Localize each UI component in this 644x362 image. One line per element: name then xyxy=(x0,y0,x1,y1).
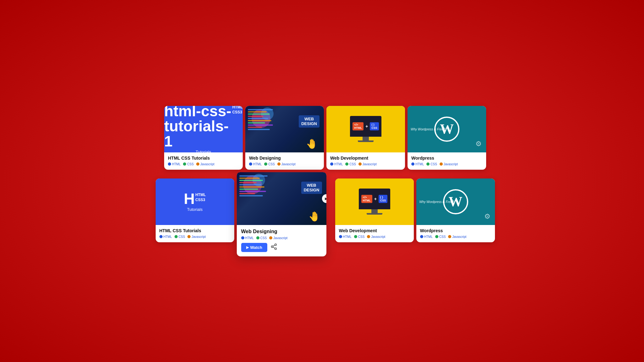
tag-js: Javascript xyxy=(371,235,385,239)
tutorials-label: Tutorials xyxy=(196,150,211,152)
monitor-stand xyxy=(363,137,369,140)
card-wordpress-2[interactable]: Why Wordpress is Free? W ⚙ Wordpress HTM… xyxy=(416,178,495,242)
web-design-label-2: WEBDESIGN xyxy=(301,182,322,194)
card-html-css-1[interactable]: html-css-tutorials-1 HTML CSS3 Tutorials… xyxy=(164,106,243,170)
html-badge: </>HTML xyxy=(353,122,364,130)
card-web-dev-2[interactable]: </>HTML + { }CSS Web Development HTML CS… xyxy=(335,178,414,242)
hand-icon-2: 🤚 xyxy=(308,211,320,222)
svg-line-3 xyxy=(273,247,275,248)
row-1: html-css-tutorials-1 HTML CSS3 Tutorials… xyxy=(164,106,480,170)
web-design-thumb-expanded: WEBDESIGN 🤚 xyxy=(237,172,326,225)
share-icon xyxy=(270,243,277,250)
card-info: HTML CSS Tutorials HTML CSS Javascript xyxy=(164,152,243,170)
tag-css: CSS xyxy=(187,162,194,166)
hand-icon: 🤚 xyxy=(306,138,318,149)
card-title: Web Development xyxy=(339,228,410,233)
card-title: HTML CSS Tutorials xyxy=(168,156,239,161)
web-dev-thumb-2: </>HTML + { }CSS xyxy=(335,178,414,225)
card-tags: HTML CSS Javascript xyxy=(420,235,491,239)
tag-html: HTML xyxy=(164,235,172,239)
tag-css: CSS xyxy=(179,235,185,239)
row-2: H HTML CSS3 Tutorials HTML CSS Tutorials… xyxy=(156,178,489,256)
tag-html: HTML xyxy=(415,162,424,166)
h-letter: H xyxy=(184,191,195,206)
web-dev-thumb: </>HTML + { }CSS xyxy=(326,106,405,152)
gear-icon: ⚙ xyxy=(475,140,482,148)
tag-css: CSS xyxy=(439,235,446,239)
card-web-designing-1[interactable]: WEBDESIGN 🤚 Web Designing HTML CSS Javas… xyxy=(245,106,324,170)
watch-button[interactable]: ▶ Watch xyxy=(241,243,268,252)
css-badge-2: { }CSS xyxy=(379,195,388,203)
card-info: Web Designing HTML CSS Javascript xyxy=(245,152,324,170)
plus-sign: + xyxy=(365,124,368,129)
card-tags: HTML CSS Javascript xyxy=(411,162,482,166)
tag-js: Javascript xyxy=(452,235,466,239)
tag-css: CSS xyxy=(349,162,356,166)
web-design-thumb: WEBDESIGN 🤚 xyxy=(245,106,324,152)
card-title-expanded: Web Designing xyxy=(241,229,322,234)
tutorials-label: Tutorials xyxy=(187,207,203,212)
tag-js: Javascript xyxy=(273,236,287,240)
share-button[interactable] xyxy=(270,243,277,252)
html-logo: html-css-tutorials-1 HTML CSS3 Tutorials xyxy=(164,106,243,152)
card-tags-expanded: HTML CSS Javascript xyxy=(241,236,322,240)
tag-js: Javascript xyxy=(192,235,206,239)
html-badge-2: </>HTML xyxy=(361,195,372,203)
tag-stack: HTML CSS3 xyxy=(195,191,206,202)
wp-why-text-2: Why Wordpress is Free? xyxy=(419,200,454,203)
tag-css: CSS xyxy=(358,235,365,239)
h-letter: html-css-tutorials-1 xyxy=(164,106,232,149)
svg-point-0 xyxy=(275,244,277,245)
tag-html: HTML xyxy=(334,162,343,166)
gear-icon-2: ⚙ xyxy=(484,212,491,221)
card-tags: HTML CSS Javascript xyxy=(159,235,230,239)
card-title: HTML CSS Tutorials xyxy=(159,228,230,233)
wp-why-text: Why Wordpress is Free? xyxy=(411,127,445,131)
card-title: Web Designing xyxy=(249,156,320,161)
svg-point-2 xyxy=(275,248,277,250)
monitor-icon: </>HTML + { }CSS xyxy=(350,116,381,142)
card-actions: ▶ Watch xyxy=(241,243,322,252)
tag-html: HTML xyxy=(343,235,352,239)
play-icon: ▶ xyxy=(246,245,249,250)
card-info: HTML CSS Tutorials HTML CSS Javascript xyxy=(156,225,234,242)
card-web-designing-2-expanded[interactable]: WEBDESIGN 🤚 ▶ Web Designing HTML CSS Jav… xyxy=(237,172,326,256)
tag-css: CSS xyxy=(260,236,267,240)
svg-line-4 xyxy=(273,245,275,246)
tag-stack: HTML CSS3 xyxy=(232,106,243,115)
card-info-expanded: Web Designing HTML CSS Javascript ▶ Watc… xyxy=(237,225,326,256)
card-thumbnail: html-css-tutorials-1 HTML CSS3 Tutorials xyxy=(164,106,243,152)
card-title: Web Development xyxy=(330,156,401,161)
card-web-dev-1[interactable]: </>HTML + { }CSS Web Development HTML CS… xyxy=(326,106,405,170)
monitor-base xyxy=(358,140,374,142)
tag-html: HTML xyxy=(253,162,262,166)
svg-point-1 xyxy=(271,246,273,248)
monitor-stand-2 xyxy=(371,209,378,213)
monitor-icon-2: </>HTML + { }CSS xyxy=(359,189,390,215)
tag-css: CSS xyxy=(430,162,437,166)
card-title: Wordpress xyxy=(411,156,482,161)
card-wordpress-1[interactable]: Why Wordpress is Free? W ⚙ Wordpress HTM… xyxy=(408,106,486,170)
card-tags: HTML CSS Javascript xyxy=(168,162,239,166)
tag-js: Javascript xyxy=(281,162,296,166)
tag-js: Javascript xyxy=(444,162,458,166)
tag-html: HTML xyxy=(424,235,433,239)
tag-js: Javascript xyxy=(200,162,214,166)
monitor-screen: </>HTML + { }CSS xyxy=(350,116,381,137)
tag-js: Javascript xyxy=(363,162,377,166)
monitor-base-2 xyxy=(367,213,382,215)
card-thumbnail: </>HTML + { }CSS xyxy=(326,106,405,152)
card-title: Wordpress xyxy=(420,228,491,233)
card-tags: HTML CSS Javascript xyxy=(330,162,401,166)
code-lines xyxy=(248,109,273,130)
card-thumbnail: H HTML CSS3 Tutorials xyxy=(156,178,234,225)
card-info: Wordpress HTML CSS Javascript xyxy=(416,225,495,242)
card-html-css-2[interactable]: H HTML CSS3 Tutorials HTML CSS Tutorials… xyxy=(156,178,234,242)
html-logo: H HTML CSS3 Tutorials xyxy=(184,191,206,212)
card-thumbnail: Why Wordpress is Free? W ⚙ xyxy=(416,178,495,225)
css-badge: { }CSS xyxy=(370,122,379,130)
card-info: Wordpress HTML CSS Javascript xyxy=(408,152,486,170)
tag-html: HTML xyxy=(172,162,180,166)
tag-html: HTML xyxy=(245,236,254,240)
card-thumbnail-expanded: WEBDESIGN 🤚 ▶ xyxy=(237,172,326,225)
